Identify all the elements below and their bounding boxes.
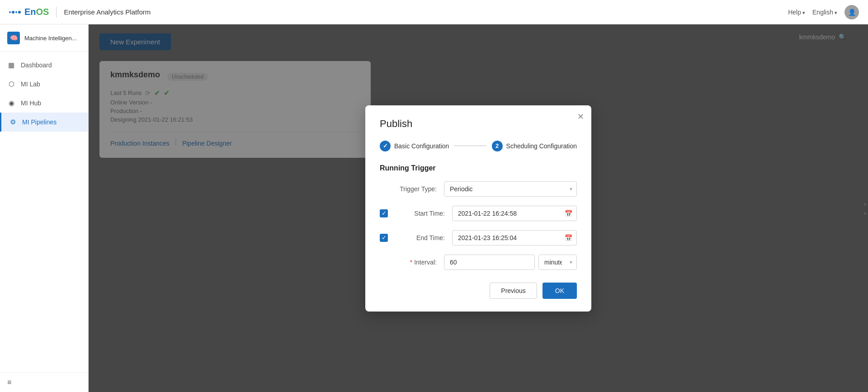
end-time-row: ✓ End Time: 📅 — [380, 230, 577, 246]
steps-row: ✓ Basic Configuration 2 Scheduling Confi… — [380, 141, 577, 151]
start-time-checkbox-wrap[interactable]: ✓ — [380, 209, 388, 217]
sidebar-item-label: MI Hub — [21, 99, 41, 107]
end-time-input-wrap: 📅 — [452, 230, 577, 246]
sidebar-top-icon: 🧠 — [7, 32, 20, 44]
avatar-icon: 👤 — [848, 9, 856, 16]
modal-overlay: ✕ Publish ✓ Basic Configuration 2 Schedu… — [89, 24, 868, 392]
section-title: Running Trigger — [380, 164, 577, 172]
step-1-label: Basic Configuration — [394, 142, 449, 150]
app-title: Enterprise Analytics Platform — [64, 8, 151, 16]
end-time-checkbox-wrap[interactable]: ✓ — [380, 234, 388, 242]
checkmark-icon-2: ✓ — [382, 234, 387, 241]
start-time-input-wrap: 📅 — [452, 206, 577, 221]
publish-modal: ✕ Publish ✓ Basic Configuration 2 Schedu… — [365, 105, 591, 312]
top-navbar: EnOS Enterprise Analytics Platform Help … — [0, 0, 868, 24]
step-2-label: Scheduling Configuration — [506, 142, 577, 150]
logo-dot — [18, 11, 21, 14]
step-2-circle: 2 — [492, 141, 503, 151]
dashboard-icon: ▦ — [7, 61, 15, 69]
sidebar-item-label: MI Pipelines — [22, 118, 57, 126]
logo: EnOS — [9, 7, 49, 17]
sidebar-item-mi-hub[interactable]: ◉ MI Hub — [0, 94, 88, 113]
sidebar-item-label: MI Lab — [21, 80, 40, 88]
modal-close-button[interactable]: ✕ — [577, 112, 584, 122]
avatar[interactable]: 👤 — [844, 5, 859, 19]
interval-input[interactable] — [444, 255, 535, 270]
step-1: ✓ Basic Configuration — [380, 141, 449, 151]
start-time-label: Start Time: — [395, 210, 445, 217]
sidebar-item-mi-pipelines[interactable]: ⚙ MI Pipelines — [0, 113, 88, 132]
sidebar: 🧠 Machine Intelligen... ▦ Dashboard ⬡ MI… — [0, 24, 89, 392]
content-area: New Experiment kmmksdemo Unscheduled Las… — [89, 24, 868, 392]
sidebar-menu: ▦ Dashboard ⬡ MI Lab ◉ MI Hub ⚙ MI Pipel… — [0, 52, 88, 373]
previous-button[interactable]: Previous — [490, 283, 537, 299]
end-time-input[interactable] — [452, 230, 577, 246]
logo-dots — [9, 11, 21, 14]
mi-lab-icon: ⬡ — [7, 80, 15, 88]
step-1-circle: ✓ — [380, 141, 391, 151]
nav-divider — [56, 7, 57, 18]
logo-dot — [15, 11, 17, 13]
main-layout: 🧠 Machine Intelligen... ▦ Dashboard ⬡ MI… — [0, 24, 868, 392]
logo-text: EnOS — [24, 7, 49, 17]
calendar-icon-2: 📅 — [565, 234, 572, 241]
help-button[interactable]: Help — [788, 9, 805, 16]
sidebar-bottom: ≡ — [0, 373, 88, 392]
end-time-label: End Time: — [395, 234, 445, 241]
logo-dot — [12, 11, 14, 14]
sidebar-item-mi-lab[interactable]: ⬡ MI Lab — [0, 75, 88, 94]
interval-unit-wrap: minutes hours days ▾ — [538, 255, 577, 270]
sidebar-top: 🧠 Machine Intelligen... — [0, 24, 88, 52]
checkmark-icon: ✓ — [382, 210, 387, 217]
modal-title: Publish — [380, 118, 577, 130]
trigger-type-select[interactable]: Periodic Manual Event — [444, 181, 577, 197]
trigger-type-label: Trigger Type: — [380, 185, 437, 193]
sidebar-item-dashboard[interactable]: ▦ Dashboard — [0, 56, 88, 75]
start-time-input[interactable] — [452, 206, 577, 221]
end-time-checkbox[interactable]: ✓ — [380, 234, 388, 242]
start-time-checkbox[interactable]: ✓ — [380, 209, 388, 217]
logo-dot — [9, 11, 11, 13]
mi-pipelines-icon: ⚙ — [9, 118, 17, 126]
modal-footer: Previous OK — [380, 283, 577, 299]
nav-right: Help English 👤 — [788, 5, 859, 19]
trigger-type-row: Trigger Type: Periodic Manual Event ▾ — [380, 181, 577, 197]
interval-unit-select[interactable]: minutes hours days — [538, 255, 577, 270]
start-time-row: ✓ Start Time: 📅 — [380, 206, 577, 221]
interval-label: Interval: — [380, 259, 437, 266]
ok-button[interactable]: OK — [542, 283, 577, 299]
step-divider — [454, 146, 486, 146]
trigger-type-select-wrap: Periodic Manual Event ▾ — [444, 181, 577, 197]
collapse-button[interactable]: ≡ — [7, 378, 81, 387]
mi-hub-icon: ◉ — [7, 99, 15, 107]
sidebar-section-label: Machine Intelligen... — [24, 35, 77, 42]
calendar-icon: 📅 — [565, 210, 572, 217]
language-selector[interactable]: English — [812, 9, 837, 16]
step-2: 2 Scheduling Configuration — [492, 141, 577, 151]
interval-row: Interval: minutes hours days ▾ — [380, 255, 577, 270]
sidebar-item-label: Dashboard — [21, 61, 52, 69]
